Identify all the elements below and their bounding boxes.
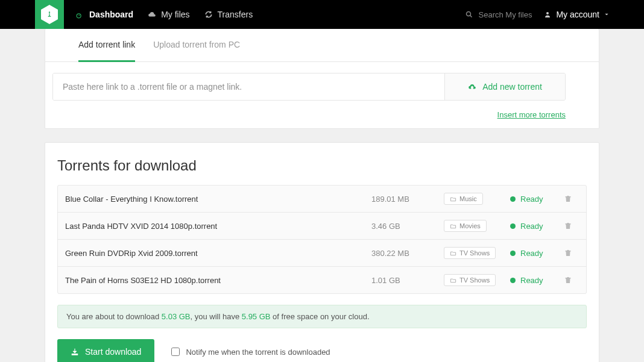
torrent-status: Ready — [510, 276, 564, 285]
category-badge[interactable]: TV Shows — [444, 274, 496, 286]
trash-icon — [564, 276, 572, 284]
torrent-status: Ready — [510, 222, 564, 231]
category-badge[interactable]: TV Shows — [444, 247, 496, 259]
tab-upload-pc[interactable]: Upload torrent from PC — [153, 29, 240, 61]
torrent-status: Ready — [510, 249, 564, 258]
torrent-row: Green Ruin DVDRip Xvid 2009.torrent 380.… — [58, 240, 586, 267]
torrent-list: Blue Collar - Everything I Know.torrent … — [57, 185, 587, 294]
torrent-size: 380.22 MB — [371, 249, 444, 258]
search-placeholder: Search My files — [479, 10, 532, 19]
svg-point-3 — [546, 12, 549, 14]
torrents-panel: Torrents for download Blue Collar - Ever… — [45, 142, 599, 362]
delete-button[interactable] — [564, 195, 579, 202]
download-info-bar: You are about to download 5.03 GB, you w… — [57, 305, 587, 328]
add-torrent-panel: Add torrent link Upload torrent from PC … — [45, 29, 599, 129]
notify-checkbox[interactable] — [171, 348, 180, 356]
svg-point-0 — [49, 11, 50, 13]
torrent-name: Blue Collar - Everything I Know.torrent — [65, 195, 371, 204]
torrent-row: The Pain of Horns S03E12 HD 1080p.torren… — [58, 267, 586, 293]
start-download-button[interactable]: Start download — [57, 339, 154, 362]
top-nav: Dashboard My files Transfers Search My f… — [0, 0, 644, 29]
folder-icon — [450, 250, 456, 257]
delete-button[interactable] — [564, 276, 579, 284]
svg-point-2 — [466, 12, 470, 16]
torrent-name: Green Ruin DVDRip Xvid 2009.torrent — [65, 249, 371, 258]
cloud-upload-icon — [468, 83, 476, 91]
notify-label: Notify me when the torrent is downloaded — [186, 348, 330, 357]
search-icon — [466, 11, 473, 18]
search-area[interactable]: Search My files — [466, 10, 532, 19]
notify-checkbox-area[interactable]: Notify me when the torrent is downloaded — [171, 348, 330, 357]
dashboard-icon — [76, 10, 84, 19]
status-dot-icon — [510, 278, 516, 283]
total-size: 5.03 GB — [162, 312, 191, 321]
category-badge[interactable]: Movies — [444, 220, 487, 232]
torrent-row: Blue Collar - Everything I Know.torrent … — [58, 186, 586, 213]
status-dot-icon — [510, 251, 516, 256]
torrent-row: Last Panda HDTV XVID 2014 1080p.torrent … — [58, 213, 586, 240]
delete-button[interactable] — [564, 222, 579, 229]
cloud-icon — [148, 10, 156, 19]
insert-more-link[interactable]: Insert more torrents — [497, 110, 566, 119]
free-space: 5.95 GB — [242, 312, 271, 321]
category-badge[interactable]: Music — [444, 193, 483, 205]
torrent-status: Ready — [510, 195, 564, 204]
nav-transfers[interactable]: Transfers — [204, 10, 253, 19]
nav-myfiles-label: My files — [161, 10, 189, 19]
status-dot-icon — [510, 196, 516, 202]
nav-myfiles[interactable]: My files — [148, 10, 189, 19]
torrent-size: 3.46 GB — [371, 222, 444, 231]
nav-transfers-label: Transfers — [218, 10, 253, 19]
user-icon — [544, 11, 551, 18]
folder-icon — [450, 223, 456, 229]
nav-dashboard[interactable]: Dashboard — [76, 10, 133, 19]
caret-down-icon — [604, 12, 609, 17]
nav-dashboard-label: Dashboard — [89, 10, 133, 19]
torrent-link-input[interactable] — [53, 73, 444, 100]
refresh-icon — [204, 10, 213, 19]
download-icon — [71, 348, 79, 356]
trash-icon — [564, 195, 572, 202]
torrent-name: Last Panda HDTV XVID 2014 1080p.torrent — [65, 222, 371, 231]
folder-icon — [450, 277, 456, 284]
start-download-label: Start download — [85, 347, 141, 357]
torrent-name: The Pain of Horns S03E12 HD 1080p.torren… — [65, 276, 371, 285]
delete-button[interactable] — [564, 249, 579, 257]
account-menu[interactable]: My account — [544, 10, 609, 19]
status-dot-icon — [510, 223, 516, 229]
add-torrent-label: Add new torrent — [482, 82, 542, 92]
logo[interactable] — [35, 0, 64, 29]
section-title: Torrents for download — [45, 157, 599, 185]
trash-icon — [564, 222, 572, 229]
folder-icon — [450, 196, 456, 202]
account-label: My account — [556, 10, 599, 19]
trash-icon — [564, 249, 572, 257]
add-torrent-button[interactable]: Add new torrent — [444, 73, 565, 100]
torrent-size: 189.01 MB — [371, 195, 444, 204]
tab-add-link[interactable]: Add torrent link — [78, 29, 135, 62]
torrent-size: 1.01 GB — [371, 276, 444, 285]
